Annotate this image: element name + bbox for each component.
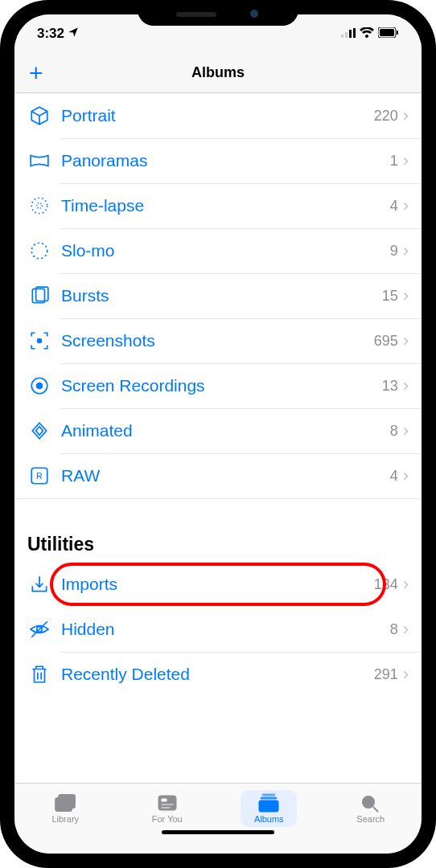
chevron-right-icon: › — [403, 420, 409, 441]
row-count: 15 — [382, 288, 398, 305]
svg-rect-25 — [161, 807, 171, 809]
trash-icon — [27, 662, 51, 686]
section-divider — [14, 498, 422, 527]
svg-rect-0 — [341, 35, 343, 38]
row-timelapse[interactable]: Time-lapse 4 › — [14, 183, 422, 228]
animated-icon — [27, 419, 51, 443]
svg-rect-23 — [161, 798, 167, 802]
tab-bar: Library For You Albums Search — [14, 783, 422, 854]
svg-rect-24 — [161, 804, 174, 805]
svg-point-12 — [37, 338, 43, 344]
row-count: 134 — [374, 576, 398, 593]
row-count: 291 — [374, 666, 398, 683]
svg-point-14 — [36, 383, 43, 390]
imports-icon — [27, 572, 51, 596]
tab-label: Search — [356, 814, 385, 824]
screen: 3:32 + Albums — [14, 14, 422, 854]
row-label: Hidden — [61, 620, 390, 639]
signal-icon — [341, 26, 356, 42]
chevron-right-icon: › — [403, 619, 409, 640]
row-label: Panoramas — [61, 151, 390, 170]
chevron-right-icon: › — [403, 465, 409, 486]
row-label: RAW — [61, 466, 390, 485]
chevron-right-icon: › — [403, 240, 409, 261]
status-right — [341, 26, 399, 42]
raw-icon: R — [27, 464, 51, 488]
svg-rect-3 — [353, 28, 356, 38]
row-count: 8 — [390, 423, 398, 440]
row-recently-deleted[interactable]: Recently Deleted 291 › — [14, 652, 422, 697]
nav-bar: + Albums — [14, 53, 422, 93]
row-count: 4 — [390, 468, 398, 485]
svg-point-8 — [37, 203, 43, 209]
tab-foryou[interactable]: For You — [139, 790, 195, 827]
tab-albums[interactable]: Albums — [241, 790, 297, 827]
row-panoramas[interactable]: Panoramas 1 › — [14, 138, 422, 183]
svg-line-30 — [373, 807, 378, 812]
phone-frame: 3:32 + Albums — [0, 0, 436, 868]
screenshots-icon — [27, 329, 51, 353]
row-label: Slo-mo — [61, 241, 390, 260]
chevron-right-icon: › — [403, 285, 409, 306]
tab-search[interactable]: Search — [343, 790, 399, 827]
svg-point-7 — [31, 198, 47, 214]
chevron-right-icon: › — [403, 330, 409, 351]
content-area[interactable]: Portrait 220 › Panoramas 1 › Time-lapse … — [14, 93, 422, 783]
row-slomo[interactable]: Slo-mo 9 › — [14, 228, 422, 273]
row-count: 220 — [374, 108, 398, 125]
chevron-right-icon: › — [403, 664, 409, 685]
row-count: 1 — [390, 153, 398, 170]
svg-rect-26 — [262, 794, 275, 796]
row-label: Animated — [61, 421, 390, 440]
svg-rect-5 — [380, 29, 394, 36]
tab-label: For You — [152, 814, 183, 824]
row-label: Recently Deleted — [61, 665, 374, 684]
svg-rect-1 — [345, 32, 348, 38]
row-portrait[interactable]: Portrait 220 › — [14, 93, 422, 138]
bursts-icon — [27, 284, 51, 308]
tab-label: Albums — [254, 814, 284, 824]
chevron-right-icon: › — [403, 195, 409, 216]
utilities-header: Utilities — [14, 527, 422, 562]
hidden-icon — [27, 617, 51, 641]
slomo-icon — [27, 239, 51, 263]
row-count: 13 — [382, 378, 398, 395]
svg-text:R: R — [36, 471, 43, 481]
row-animated[interactable]: Animated 8 › — [14, 408, 422, 453]
svg-rect-2 — [349, 30, 352, 38]
tab-label: Library — [51, 814, 79, 824]
battery-icon — [378, 26, 399, 42]
wifi-icon — [360, 26, 374, 42]
row-raw[interactable]: R RAW 4 › — [14, 453, 422, 498]
row-count: 9 — [390, 243, 398, 260]
cube-icon — [27, 104, 51, 128]
row-label: Bursts — [61, 286, 382, 305]
svg-line-18 — [31, 621, 47, 637]
chevron-right-icon: › — [403, 105, 409, 126]
tab-library[interactable]: Library — [37, 790, 93, 827]
status-time-area: 3:32 — [37, 26, 79, 42]
home-indicator[interactable] — [162, 830, 274, 834]
row-bursts[interactable]: Bursts 15 › — [14, 273, 422, 318]
panorama-icon — [27, 149, 51, 173]
add-button[interactable]: + — [29, 61, 43, 85]
svg-rect-27 — [261, 797, 277, 799]
row-count: 4 — [390, 198, 398, 215]
chevron-right-icon: › — [403, 574, 409, 595]
row-imports[interactable]: Imports 134 › — [14, 562, 422, 607]
row-label: Portrait — [61, 106, 374, 125]
timelapse-icon — [27, 194, 51, 218]
svg-rect-28 — [259, 800, 278, 812]
row-label: Screen Recordings — [61, 376, 382, 395]
row-label: Screenshots — [61, 331, 374, 350]
svg-point-9 — [31, 243, 47, 259]
row-screenrecordings[interactable]: Screen Recordings 13 › — [14, 363, 422, 408]
row-screenshots[interactable]: Screenshots 695 › — [14, 318, 422, 363]
status-time: 3:32 — [37, 26, 64, 42]
row-hidden[interactable]: Hidden 8 › — [14, 607, 422, 652]
chevron-right-icon: › — [403, 375, 409, 396]
row-count: 695 — [374, 333, 398, 350]
row-label: Time-lapse — [61, 196, 390, 215]
chevron-right-icon: › — [403, 150, 409, 171]
notch — [138, 0, 298, 26]
